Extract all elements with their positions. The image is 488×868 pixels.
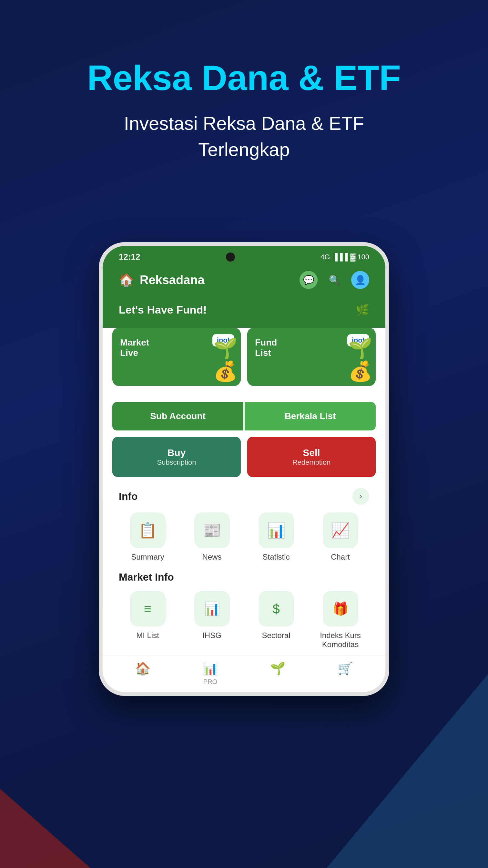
status-icons: 4G ▐▐▐ ▓ 100	[321, 253, 369, 261]
banner-icon: 🌿	[356, 303, 369, 316]
bg-decoration-blue	[327, 674, 488, 868]
status-bar: 12:12 4G ▐▐▐ ▓ 100	[103, 246, 385, 266]
market-item-ihsg[interactable]: 📊 IHSG	[183, 591, 241, 649]
info-header: Info ›	[119, 488, 369, 505]
indeks-icon-box: 🎁	[323, 591, 358, 626]
app-title: Reksadana	[140, 273, 205, 287]
home-icon: 🏠	[119, 273, 134, 287]
info-item-chart[interactable]: 📈 Chart	[312, 513, 369, 562]
market-title: Market Info	[119, 571, 174, 583]
card-emoji-1: 🌱💰	[213, 337, 237, 383]
phone-mockup: 12:12 4G ▐▐▐ ▓ 100 🏠 Reksadana 💬 🔍 👤 Let…	[99, 242, 389, 696]
chart-label: Chart	[331, 553, 350, 562]
chat-button[interactable]: 💬	[299, 271, 318, 289]
statistic-icon: 📊	[267, 522, 285, 539]
camera-notch	[226, 252, 235, 261]
nav-cart[interactable]: 🛒	[337, 661, 353, 686]
info-more-button[interactable]: ›	[352, 488, 369, 505]
title-section: Reksa Dana & ETF Investasi Reksa Dana & …	[0, 58, 488, 162]
buy-sell-row: Buy Subscription Sell Redemption	[103, 434, 385, 480]
summary-icon: 📋	[138, 522, 157, 539]
card-emoji-2: 🌱💰	[348, 337, 372, 383]
ihsg-label: IHSG	[202, 631, 221, 640]
news-icon-box: 📰	[194, 513, 230, 548]
subtitle-line1: Investasi Reksa Dana & ETF	[124, 113, 364, 134]
sell-main-label: Sell	[254, 447, 369, 458]
buy-button[interactable]: Buy Subscription	[112, 437, 241, 477]
info-item-news[interactable]: 📰 News	[183, 513, 241, 562]
info-item-summary[interactable]: 📋 Summary	[119, 513, 176, 562]
sell-button[interactable]: Sell Redemption	[247, 437, 376, 477]
nav-invest[interactable]: 🌱	[270, 661, 285, 686]
sub-account-label: Sub Account	[150, 411, 205, 421]
sub-account-row: Sub Account Berkala List	[103, 396, 385, 434]
buy-main-label: Buy	[119, 447, 234, 458]
mi-list-label: MI List	[136, 631, 159, 640]
nav-home[interactable]: 🏠	[135, 661, 151, 686]
chart-icon: 📈	[331, 522, 350, 539]
news-icon: 📰	[203, 522, 221, 539]
battery-icon: ▓ 100	[350, 253, 369, 261]
status-time: 12:12	[119, 252, 140, 262]
summary-icon-box: 📋	[130, 513, 166, 548]
info-grid: 📋 Summary 📰 News 📊 Statistic	[119, 513, 369, 562]
app-header: 🏠 Reksadana 💬 🔍 👤	[103, 266, 385, 297]
banner: Let's Have Fund! 🌿	[103, 297, 385, 328]
buy-sub-label: Subscription	[119, 458, 234, 467]
market-item-indeks[interactable]: 🎁 Indeks KursKomoditas	[312, 591, 369, 649]
indeks-label: Indeks KursKomoditas	[320, 631, 361, 649]
sell-sub-label: Redemption	[254, 458, 369, 467]
header-icons: 💬 🔍 👤	[299, 271, 369, 289]
market-item-sectoral[interactable]: $ Sectoral	[247, 591, 305, 649]
phone-frame: 12:12 4G ▐▐▐ ▓ 100 🏠 Reksadana 💬 🔍 👤 Let…	[99, 242, 389, 696]
cards-section: MarketLive ipot 🌱💰 FundList ipot 🌱💰	[103, 328, 385, 396]
nav-home-icon: 🏠	[135, 661, 151, 676]
indeks-icon: 🎁	[332, 601, 349, 616]
market-grid: ≡ MI List 📊 IHSG $ Sectoral	[119, 591, 369, 649]
search-button[interactable]: 🔍	[325, 271, 344, 289]
user-button[interactable]: 👤	[351, 271, 369, 289]
statistic-icon-box: 📊	[259, 513, 294, 548]
sectoral-icon: $	[272, 601, 280, 616]
subtitle-line2: Terlengkap	[198, 139, 290, 160]
market-header: Market Info	[119, 571, 369, 583]
market-section: Market Info ≡ MI List 📊 IHSG	[103, 568, 385, 655]
market-live-card[interactable]: MarketLive ipot 🌱💰	[112, 328, 241, 386]
nav-pro-icon: 📊	[203, 661, 218, 676]
news-label: News	[202, 553, 221, 562]
summary-label: Summary	[131, 553, 164, 562]
berkala-list-button[interactable]: Berkala List	[245, 402, 376, 430]
info-item-statistic[interactable]: 📊 Statistic	[247, 513, 305, 562]
sub-account-button[interactable]: Sub Account	[112, 402, 243, 430]
bg-decoration-red	[0, 755, 90, 868]
network-icon: 4G	[321, 253, 330, 261]
berkala-list-label: Berkala List	[285, 411, 336, 421]
subtitle: Investasi Reksa Dana & ETF Terlengkap	[26, 110, 462, 162]
market-item-mi-list[interactable]: ≡ MI List	[119, 591, 176, 649]
chart-icon-box: 📈	[323, 513, 358, 548]
mi-list-icon: ≡	[144, 601, 151, 616]
statistic-label: Statistic	[262, 553, 290, 562]
signal-icon: ▐▐▐	[332, 253, 348, 261]
mi-list-icon-box: ≡	[130, 591, 166, 626]
sectoral-label: Sectoral	[262, 631, 290, 640]
ihsg-icon: 📊	[204, 601, 220, 616]
info-title: Info	[119, 491, 138, 502]
nav-pro[interactable]: 📊 PRO	[203, 661, 218, 686]
header-left: 🏠 Reksadana	[119, 273, 205, 287]
banner-text: Let's Have Fund!	[119, 304, 207, 316]
info-section: Info › 📋 Summary 📰 News	[103, 480, 385, 568]
main-title: Reksa Dana & ETF	[26, 58, 462, 97]
fund-list-card[interactable]: FundList ipot 🌱💰	[247, 328, 376, 386]
nav-invest-icon: 🌱	[270, 661, 285, 676]
bottom-nav: 🏠 📊 PRO 🌱 🛒	[103, 655, 385, 692]
nav-pro-label: PRO	[203, 678, 217, 686]
sectoral-icon-box: $	[259, 591, 294, 626]
ihsg-icon-box: 📊	[194, 591, 230, 626]
nav-cart-icon: 🛒	[337, 661, 353, 676]
